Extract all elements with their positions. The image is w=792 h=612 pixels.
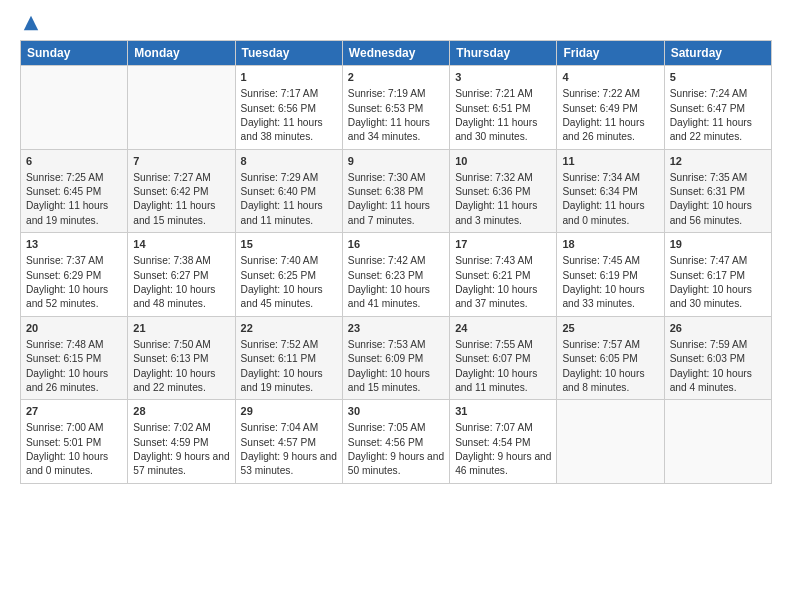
day-number: 27 — [26, 404, 122, 419]
calendar-cell: 11Sunrise: 7:34 AMSunset: 6:34 PMDayligh… — [557, 149, 664, 233]
calendar-cell: 29Sunrise: 7:04 AMSunset: 4:57 PMDayligh… — [235, 400, 342, 484]
day-number: 14 — [133, 237, 229, 252]
calendar-cell: 25Sunrise: 7:57 AMSunset: 6:05 PMDayligh… — [557, 316, 664, 400]
sunrise-text: Sunrise: 7:21 AM — [455, 87, 551, 101]
daylight-text: Daylight: 10 hours and 45 minutes. — [241, 283, 337, 312]
calendar-week-row: 20Sunrise: 7:48 AMSunset: 6:15 PMDayligh… — [21, 316, 772, 400]
page: SundayMondayTuesdayWednesdayThursdayFrid… — [0, 0, 792, 612]
sunrise-text: Sunrise: 7:55 AM — [455, 338, 551, 352]
day-number: 11 — [562, 154, 658, 169]
calendar-cell: 21Sunrise: 7:50 AMSunset: 6:13 PMDayligh… — [128, 316, 235, 400]
sunrise-text: Sunrise: 7:53 AM — [348, 338, 444, 352]
calendar-header-sunday: Sunday — [21, 41, 128, 66]
calendar-cell: 24Sunrise: 7:55 AMSunset: 6:07 PMDayligh… — [450, 316, 557, 400]
sunset-text: Sunset: 6:05 PM — [562, 352, 658, 366]
calendar-cell: 18Sunrise: 7:45 AMSunset: 6:19 PMDayligh… — [557, 233, 664, 317]
sunrise-text: Sunrise: 7:19 AM — [348, 87, 444, 101]
daylight-text: Daylight: 11 hours and 26 minutes. — [562, 116, 658, 145]
day-number: 5 — [670, 70, 766, 85]
sunset-text: Sunset: 4:59 PM — [133, 436, 229, 450]
sunset-text: Sunset: 6:13 PM — [133, 352, 229, 366]
sunrise-text: Sunrise: 7:24 AM — [670, 87, 766, 101]
day-number: 15 — [241, 237, 337, 252]
calendar-cell: 9Sunrise: 7:30 AMSunset: 6:38 PMDaylight… — [342, 149, 449, 233]
daylight-text: Daylight: 9 hours and 50 minutes. — [348, 450, 444, 479]
calendar-cell — [21, 66, 128, 150]
sunrise-text: Sunrise: 7:52 AM — [241, 338, 337, 352]
daylight-text: Daylight: 10 hours and 22 minutes. — [133, 367, 229, 396]
sunset-text: Sunset: 6:17 PM — [670, 269, 766, 283]
calendar-cell: 19Sunrise: 7:47 AMSunset: 6:17 PMDayligh… — [664, 233, 771, 317]
calendar-cell: 20Sunrise: 7:48 AMSunset: 6:15 PMDayligh… — [21, 316, 128, 400]
sunset-text: Sunset: 6:03 PM — [670, 352, 766, 366]
day-number: 23 — [348, 321, 444, 336]
calendar-cell: 16Sunrise: 7:42 AMSunset: 6:23 PMDayligh… — [342, 233, 449, 317]
daylight-text: Daylight: 9 hours and 57 minutes. — [133, 450, 229, 479]
day-number: 1 — [241, 70, 337, 85]
sunrise-text: Sunrise: 7:42 AM — [348, 254, 444, 268]
day-number: 12 — [670, 154, 766, 169]
sunset-text: Sunset: 6:19 PM — [562, 269, 658, 283]
daylight-text: Daylight: 9 hours and 46 minutes. — [455, 450, 551, 479]
sunrise-text: Sunrise: 7:57 AM — [562, 338, 658, 352]
daylight-text: Daylight: 10 hours and 15 minutes. — [348, 367, 444, 396]
sunrise-text: Sunrise: 7:22 AM — [562, 87, 658, 101]
daylight-text: Daylight: 11 hours and 30 minutes. — [455, 116, 551, 145]
sunrise-text: Sunrise: 7:32 AM — [455, 171, 551, 185]
day-number: 20 — [26, 321, 122, 336]
daylight-text: Daylight: 11 hours and 3 minutes. — [455, 199, 551, 228]
calendar-header-wednesday: Wednesday — [342, 41, 449, 66]
day-number: 17 — [455, 237, 551, 252]
day-number: 10 — [455, 154, 551, 169]
daylight-text: Daylight: 11 hours and 22 minutes. — [670, 116, 766, 145]
calendar-cell: 10Sunrise: 7:32 AMSunset: 6:36 PMDayligh… — [450, 149, 557, 233]
calendar-header-row: SundayMondayTuesdayWednesdayThursdayFrid… — [21, 41, 772, 66]
day-number: 8 — [241, 154, 337, 169]
sunset-text: Sunset: 4:56 PM — [348, 436, 444, 450]
day-number: 24 — [455, 321, 551, 336]
daylight-text: Daylight: 9 hours and 53 minutes. — [241, 450, 337, 479]
daylight-text: Daylight: 10 hours and 8 minutes. — [562, 367, 658, 396]
daylight-text: Daylight: 11 hours and 0 minutes. — [562, 199, 658, 228]
sunset-text: Sunset: 6:15 PM — [26, 352, 122, 366]
sunset-text: Sunset: 6:21 PM — [455, 269, 551, 283]
sunrise-text: Sunrise: 7:38 AM — [133, 254, 229, 268]
calendar-header-saturday: Saturday — [664, 41, 771, 66]
calendar-week-row: 1Sunrise: 7:17 AMSunset: 6:56 PMDaylight… — [21, 66, 772, 150]
calendar-cell: 22Sunrise: 7:52 AMSunset: 6:11 PMDayligh… — [235, 316, 342, 400]
day-number: 30 — [348, 404, 444, 419]
sunset-text: Sunset: 6:07 PM — [455, 352, 551, 366]
sunset-text: Sunset: 6:56 PM — [241, 102, 337, 116]
calendar-week-row: 27Sunrise: 7:00 AMSunset: 5:01 PMDayligh… — [21, 400, 772, 484]
sunset-text: Sunset: 6:47 PM — [670, 102, 766, 116]
daylight-text: Daylight: 10 hours and 4 minutes. — [670, 367, 766, 396]
day-number: 13 — [26, 237, 122, 252]
calendar-cell: 3Sunrise: 7:21 AMSunset: 6:51 PMDaylight… — [450, 66, 557, 150]
daylight-text: Daylight: 10 hours and 0 minutes. — [26, 450, 122, 479]
calendar-cell: 2Sunrise: 7:19 AMSunset: 6:53 PMDaylight… — [342, 66, 449, 150]
sunset-text: Sunset: 6:09 PM — [348, 352, 444, 366]
daylight-text: Daylight: 10 hours and 26 minutes. — [26, 367, 122, 396]
calendar-cell: 31Sunrise: 7:07 AMSunset: 4:54 PMDayligh… — [450, 400, 557, 484]
daylight-text: Daylight: 11 hours and 11 minutes. — [241, 199, 337, 228]
daylight-text: Daylight: 10 hours and 52 minutes. — [26, 283, 122, 312]
day-number: 6 — [26, 154, 122, 169]
day-number: 2 — [348, 70, 444, 85]
sunset-text: Sunset: 6:53 PM — [348, 102, 444, 116]
sunset-text: Sunset: 6:42 PM — [133, 185, 229, 199]
calendar-week-row: 13Sunrise: 7:37 AMSunset: 6:29 PMDayligh… — [21, 233, 772, 317]
calendar-cell: 7Sunrise: 7:27 AMSunset: 6:42 PMDaylight… — [128, 149, 235, 233]
sunrise-text: Sunrise: 7:29 AM — [241, 171, 337, 185]
calendar-cell: 13Sunrise: 7:37 AMSunset: 6:29 PMDayligh… — [21, 233, 128, 317]
sunrise-text: Sunrise: 7:02 AM — [133, 421, 229, 435]
calendar-cell: 26Sunrise: 7:59 AMSunset: 6:03 PMDayligh… — [664, 316, 771, 400]
sunset-text: Sunset: 6:29 PM — [26, 269, 122, 283]
calendar-cell: 5Sunrise: 7:24 AMSunset: 6:47 PMDaylight… — [664, 66, 771, 150]
daylight-text: Daylight: 10 hours and 48 minutes. — [133, 283, 229, 312]
calendar-week-row: 6Sunrise: 7:25 AMSunset: 6:45 PMDaylight… — [21, 149, 772, 233]
sunrise-text: Sunrise: 7:04 AM — [241, 421, 337, 435]
calendar-cell: 8Sunrise: 7:29 AMSunset: 6:40 PMDaylight… — [235, 149, 342, 233]
daylight-text: Daylight: 11 hours and 38 minutes. — [241, 116, 337, 145]
calendar-cell: 14Sunrise: 7:38 AMSunset: 6:27 PMDayligh… — [128, 233, 235, 317]
header — [20, 16, 772, 32]
